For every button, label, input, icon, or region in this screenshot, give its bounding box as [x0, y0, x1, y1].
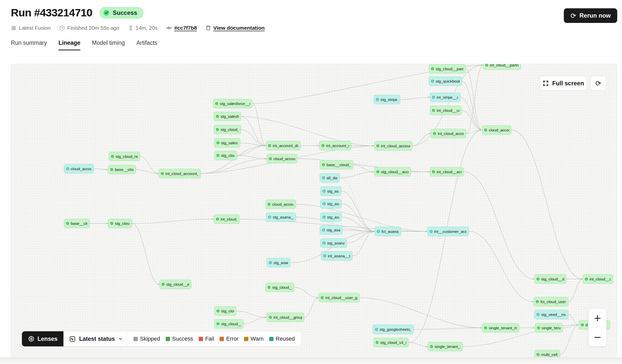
lineage-node[interactable]: int_cloud_account_ma…	[374, 141, 412, 151]
legend-swatch	[269, 337, 273, 341]
meta-document[interactable]: View documentation	[205, 25, 265, 31]
lineage-node[interactable]: stg_cloud__us…	[265, 283, 294, 292]
canvas-refresh-button[interactable]: ⟳	[591, 76, 606, 91]
lineage-node[interactable]: cloud_account…	[64, 164, 94, 173]
lineage-node[interactable]: base__clou…	[64, 219, 90, 228]
lenses-button[interactable]: Lenses	[22, 331, 63, 346]
node-label: fct_cloud_user_acc…	[540, 300, 566, 304]
lineage-node[interactable]: stg_asana__pr…	[320, 238, 347, 248]
lineage-node[interactable]: int_asana__task_s…	[321, 251, 353, 261]
lineage-node[interactable]: stg_asana…	[320, 212, 341, 222]
lineage-node[interactable]: cloud_accounts_…	[267, 154, 297, 163]
lineage-node[interactable]: int_cloud__group_per…	[267, 313, 304, 322]
lineage-node[interactable]: stg_asana__tas…	[266, 212, 296, 222]
lineage-node[interactable]: stg_cloud_…	[214, 306, 236, 316]
lineage-node[interactable]: stg_stripe__c…	[374, 95, 400, 104]
lineage-node[interactable]: stg_salesforce_…	[214, 112, 241, 121]
zoom-out-button[interactable]: −	[589, 328, 606, 347]
lineage-node[interactable]: int_account_domain…	[266, 141, 301, 150]
node-reused-icon	[377, 230, 380, 233]
meta-commit[interactable]: #cc7f7b8	[166, 25, 197, 31]
lineage-node[interactable]: stg_googlesheets__sin…	[373, 325, 414, 334]
lineage-node[interactable]: cloud_account…	[482, 125, 511, 135]
lineage-edge	[294, 287, 319, 298]
lineage-node[interactable]: int_cloud__accoun…	[430, 167, 464, 176]
meta-text: 14m, 20s	[136, 25, 157, 31]
legend-swatch	[166, 337, 170, 341]
node-label: stg_cloud__us…	[272, 285, 292, 290]
node-success-icon	[375, 341, 379, 344]
lineage-node[interactable]: stg_quickbooks__a…	[429, 77, 462, 86]
lineage-node[interactable]: int_cloud__user_ac…	[430, 106, 462, 115]
legend-swatch	[133, 337, 138, 341]
lineage-node[interactable]: stg_asana_…	[320, 199, 341, 208]
tab-lineage[interactable]: Lineage	[58, 40, 80, 50]
node-success-icon	[585, 277, 588, 281]
fullscreen-icon	[542, 80, 549, 87]
lineage-node[interactable]: int_cloud__user_group…	[319, 293, 360, 302]
lineage-node[interactable]: stg_cloud_region…	[109, 152, 140, 161]
lineage-node[interactable]: stg_cloud__email…	[159, 280, 191, 289]
lineage-node[interactable]: fct_cloud_user_acc…	[534, 297, 568, 306]
lineage-node[interactable]: multi_cell_m…	[534, 350, 560, 357]
lineage-node[interactable]: single_tenant_mapp…	[482, 323, 519, 333]
lineage-node[interactable]: stg_cloud__us…	[214, 125, 241, 134]
lineage-node[interactable]: all_days	[320, 173, 340, 183]
lineage-node[interactable]: int_account_dom…	[319, 141, 351, 150]
meta-text: #cc7f7b8	[174, 25, 197, 31]
lineage-edge	[237, 146, 266, 156]
lineage-edge	[132, 224, 159, 284]
lineage-canvas[interactable]: cloud_account…stg_cloud_region…base__clo…	[11, 64, 617, 357]
legend-item-success: Success	[166, 336, 193, 342]
zoom-control: + −	[588, 308, 607, 347]
lineage-node[interactable]: stg_cloud__…	[214, 151, 237, 160]
lineage-node[interactable]: stg_salesforce__cloud_…	[213, 99, 252, 108]
lineage-node[interactable]: int_cloud__us…	[214, 214, 240, 224]
node-label: stg_asana__…	[273, 261, 288, 265]
lineage-node[interactable]: int__customer_account…	[427, 227, 469, 236]
node-reused-icon	[66, 167, 69, 170]
lineage-node[interactable]: stg_cloud__devel…	[534, 274, 566, 284]
legend-label: Fail	[205, 336, 214, 342]
node-label: stg_cloud_…	[221, 309, 234, 313]
lineage-node[interactable]: stg_seed__multireg…	[534, 310, 568, 319]
node-label: stg_cloud__…	[221, 153, 235, 158]
lineage-node[interactable]: stg_cloud_…	[108, 219, 132, 228]
lineage-node[interactable]: stg_cloud__group…	[214, 319, 244, 329]
fullscreen-button[interactable]: Full screen	[540, 76, 587, 91]
lineage-node[interactable]: cloud_account_…	[265, 200, 296, 209]
lens-status-select[interactable]: Latest status	[63, 331, 129, 346]
lineage-node[interactable]: int_cloud__partner_con…	[483, 64, 521, 70]
lineage-node[interactable]: stg_asana__…	[320, 225, 342, 235]
node-label: stg_cloud__devel…	[541, 277, 564, 281]
rerun-now-button[interactable]: ⟳ Rerun now	[564, 8, 617, 23]
lineage-node[interactable]: stg_asana…	[320, 187, 341, 196]
lineage-node[interactable]: int_cloud_account_ma…	[431, 129, 466, 138]
zoom-in-button[interactable]: +	[589, 309, 606, 327]
lineage-edge	[237, 156, 267, 159]
lineage-node[interactable]: base__cloud_…	[108, 165, 136, 174]
lineage-node[interactable]: int_cloud__devel…	[583, 274, 613, 284]
lineage-node[interactable]: stg_cloud__partner_c…	[429, 64, 466, 74]
lineage-edge	[236, 311, 267, 317]
commit-icon	[166, 25, 172, 31]
tab-model-timing[interactable]: Model timing	[92, 40, 125, 50]
lineage-edge	[340, 172, 374, 178]
tab-run-summary[interactable]: Run summary	[11, 40, 47, 50]
lineage-node[interactable]: stg_salesforce…	[214, 138, 240, 148]
lineage-node[interactable]: stg_cloud_s3_singl…	[373, 338, 409, 347]
node-success-icon	[581, 323, 584, 326]
lineage-node[interactable]: base__cloud_acco…	[320, 160, 353, 169]
node-label: int_cloud__us…	[221, 217, 237, 222]
lineage-node[interactable]: stg_asana__…	[267, 258, 290, 267]
tab-artifacts[interactable]: Artifacts	[136, 40, 157, 50]
lineage-node[interactable]: int_cloud_account__m…	[159, 169, 201, 178]
lineage-node[interactable]: single_tenant_map…	[428, 342, 463, 351]
lineage-node[interactable]: single_tenant_…	[535, 323, 563, 333]
lineage-node[interactable]: int_stripe__custo…	[430, 93, 460, 102]
lineage-node[interactable]: stg_cloud__accounts…	[374, 167, 411, 176]
lineage-node[interactable]: fct_asana_proj…	[375, 227, 401, 236]
node-label: int_cloud_account_ma…	[438, 131, 464, 136]
lineage-edge	[241, 117, 374, 146]
page-bottom-fade	[0, 357, 622, 364]
